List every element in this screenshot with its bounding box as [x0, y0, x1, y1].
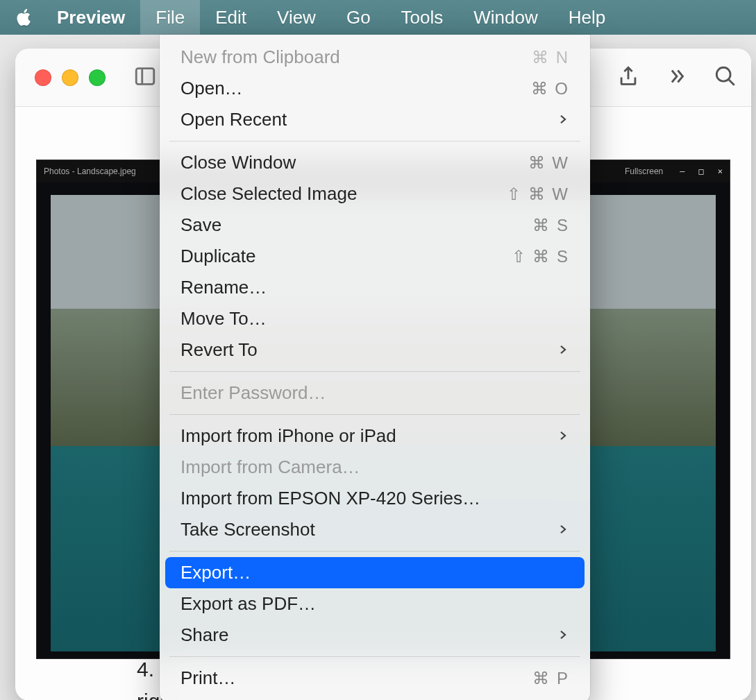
menu-item-shortcut: ⇧ ⌘ S: [512, 247, 569, 266]
menu-item-enter-password: Enter Password…: [160, 377, 590, 409]
menu-item-label: Export…: [180, 562, 569, 583]
minimize-window-button[interactable]: [62, 69, 78, 86]
menu-item-label: Import from iPhone or iPad: [180, 425, 555, 447]
menu-item-label: Close Window: [180, 152, 528, 173]
menu-item-label: Revert To: [180, 339, 555, 361]
chevrons-right-icon: [665, 65, 689, 88]
menu-item-move-to[interactable]: Move To…: [160, 303, 590, 334]
close-window-button[interactable]: [35, 69, 51, 86]
embedded-window-controls: –□×: [680, 167, 723, 176]
menu-item-label: Import from EPSON XP-420 Series…: [180, 488, 569, 509]
submenu-chevron-icon: [555, 339, 569, 361]
menu-item-shortcut: ⌘ P: [532, 669, 569, 688]
menu-item-label: Print…: [180, 667, 532, 689]
menubar-item-help[interactable]: Help: [553, 0, 621, 35]
menu-item-export[interactable]: Export…: [165, 557, 585, 588]
menu-item-label: Take Screenshot: [180, 519, 555, 540]
submenu-chevron-icon: [555, 425, 569, 447]
apple-menu[interactable]: [7, 7, 42, 28]
svg-rect-0: [136, 68, 154, 84]
share-icon: [616, 65, 640, 88]
menu-separator: [169, 414, 580, 415]
menu-separator: [169, 371, 580, 372]
menu-item-shortcut: ⌘ O: [531, 79, 569, 99]
maximize-window-button[interactable]: [89, 69, 106, 86]
menu-item-new-from-clipboard: New from Clipboard⌘ N: [160, 42, 590, 73]
menu-item-import-from-camera: Import from Camera…: [160, 452, 590, 483]
toolbar-overflow-button[interactable]: [665, 65, 689, 91]
menubar-item-go[interactable]: Go: [331, 0, 386, 35]
share-button[interactable]: [616, 65, 640, 91]
menu-item-label: Enter Password…: [180, 382, 569, 404]
menu-item-share[interactable]: Share: [160, 620, 590, 651]
search-button[interactable]: [714, 65, 737, 91]
svg-line-3: [728, 79, 734, 85]
menu-separator: [169, 656, 580, 657]
menu-item-save[interactable]: Save⌘ S: [160, 210, 590, 241]
svg-point-2: [716, 67, 730, 81]
menu-item-label: Close Selected Image: [180, 183, 507, 205]
menu-item-label: Share: [180, 624, 555, 646]
menu-item-shortcut: ⌘ N: [532, 48, 569, 67]
menu-item-close-window[interactable]: Close Window⌘ W: [160, 147, 590, 178]
menubar: Preview File Edit View Go Tools Window H…: [0, 0, 756, 35]
embedded-tab-fullscreen: Fullscreen: [625, 167, 663, 176]
search-icon: [714, 65, 737, 88]
menubar-item-file[interactable]: File: [140, 0, 200, 35]
menu-item-print[interactable]: Print…⌘ P: [160, 663, 590, 694]
menu-item-label: Move To…: [180, 308, 569, 330]
menu-item-open[interactable]: Open…⌘ O: [160, 73, 590, 104]
menubar-item-view[interactable]: View: [262, 0, 331, 35]
menu-item-shortcut: ⇧ ⌘ W: [507, 185, 569, 204]
menu-item-open-recent[interactable]: Open Recent: [160, 104, 590, 135]
menu-item-import-from-iphone-or-ipad[interactable]: Import from iPhone or iPad: [160, 420, 590, 452]
file-menu-dropdown: New from Clipboard⌘ NOpen…⌘ OOpen Recent…: [160, 35, 590, 700]
submenu-chevron-icon: [555, 109, 569, 130]
menu-item-label: Rename…: [180, 277, 569, 298]
menu-item-export-as-pdf[interactable]: Export as PDF…: [160, 588, 590, 620]
menu-separator: [169, 141, 580, 142]
traffic-lights: [35, 69, 106, 86]
menu-separator: [169, 551, 580, 552]
menu-item-close-selected-image[interactable]: Close Selected Image⇧ ⌘ W: [160, 178, 590, 210]
menu-item-duplicate[interactable]: Duplicate⇧ ⌘ S: [160, 241, 590, 272]
submenu-chevron-icon: [555, 519, 569, 540]
sidebar-toggle-button[interactable]: [133, 65, 157, 91]
menubar-item-window[interactable]: Window: [458, 0, 553, 35]
apple-logo-icon: [14, 7, 35, 28]
embedded-tab-title: Photos - Landscape.jpeg: [44, 167, 136, 176]
menubar-item-tools[interactable]: Tools: [386, 0, 459, 35]
menu-item-label: Export as PDF…: [180, 593, 569, 615]
menu-item-take-screenshot[interactable]: Take Screenshot: [160, 514, 590, 545]
menu-item-label: Open…: [180, 78, 531, 99]
menu-item-shortcut: ⌘ S: [532, 216, 569, 235]
menu-item-rename[interactable]: Rename…: [160, 272, 590, 303]
menu-item-import-from-epson-xp-420-series[interactable]: Import from EPSON XP-420 Series…: [160, 483, 590, 514]
menu-item-label: Duplicate: [180, 246, 512, 267]
submenu-chevron-icon: [555, 624, 569, 646]
menu-item-label: New from Clipboard: [180, 46, 532, 68]
menu-item-revert-to[interactable]: Revert To: [160, 334, 590, 366]
menubar-item-edit[interactable]: Edit: [200, 0, 262, 35]
menu-item-label: Open Recent: [180, 109, 555, 130]
menu-item-shortcut: ⌘ W: [528, 153, 569, 173]
menu-item-label: Import from Camera…: [180, 456, 569, 478]
menu-item-label: Save: [180, 214, 532, 236]
menubar-app-name[interactable]: Preview: [42, 0, 140, 35]
sidebar-icon: [133, 65, 157, 88]
